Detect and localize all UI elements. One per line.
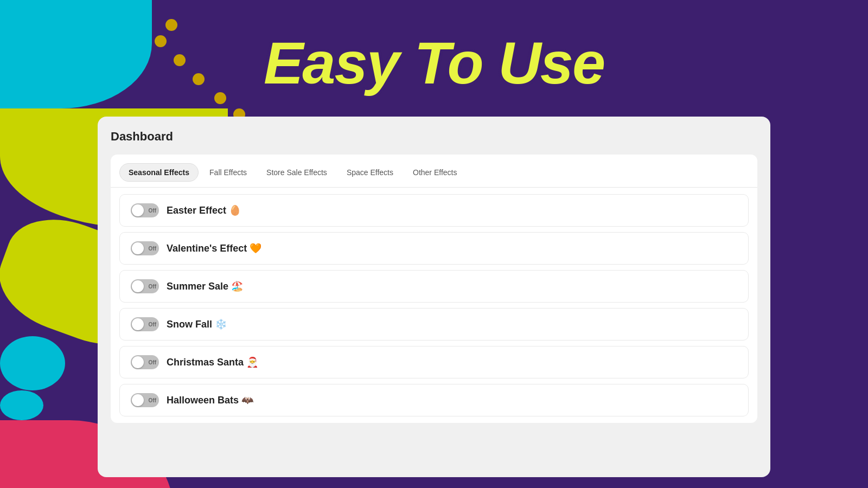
toggle-label-snowfall: Off <box>149 322 156 328</box>
tab-store-sale[interactable]: Store Sale Effects <box>258 164 336 181</box>
header: Easy To Use <box>0 0 868 125</box>
tab-fall[interactable]: Fall Effects <box>201 164 256 181</box>
toggle-label-christmas: Off <box>149 359 156 365</box>
tab-other[interactable]: Other Effects <box>404 164 465 181</box>
toggle-snowfall[interactable]: Off <box>131 317 159 331</box>
effect-item-summer: Off Summer Sale 🏖️ <box>119 270 749 303</box>
effect-item-easter: Off Easter Effect 🥚 <box>119 194 749 227</box>
toggle-knob-christmas <box>132 356 144 368</box>
toggle-christmas[interactable]: Off <box>131 355 159 369</box>
toggle-label-summer: Off <box>149 284 156 290</box>
effect-name-snowfall: Snow Fall ❄️ <box>167 318 227 330</box>
effect-name-christmas: Christmas Santa 🎅 <box>167 356 258 368</box>
tab-space[interactable]: Space Effects <box>338 164 402 181</box>
toggle-label-valentine: Off <box>149 246 156 252</box>
inner-card: Seasonal Effects Fall Effects Store Sale… <box>111 155 757 423</box>
header-title: Easy To Use <box>264 28 604 97</box>
toggle-summer[interactable]: Off <box>131 279 159 293</box>
effect-item-valentine: Off Valentine's Effect 🧡 <box>119 232 749 265</box>
toggle-knob-valentine <box>132 242 144 254</box>
toggle-knob-halloween <box>132 394 144 406</box>
dashboard-panel: Dashboard Seasonal Effects Fall Effects … <box>98 117 770 477</box>
effect-item-halloween: Off Halloween Bats 🦇 <box>119 384 749 416</box>
toggle-halloween[interactable]: Off <box>131 393 159 407</box>
effect-name-easter: Easter Effect 🥚 <box>167 204 241 216</box>
toggle-label-easter: Off <box>149 208 156 214</box>
effect-item-snowfall: Off Snow Fall ❄️ <box>119 308 749 341</box>
dashboard-title: Dashboard <box>111 130 757 144</box>
toggle-knob-snowfall <box>132 318 144 330</box>
toggle-knob-easter <box>132 204 144 216</box>
bg-blob-teal-left <box>0 390 43 420</box>
effect-name-summer: Summer Sale 🏖️ <box>167 280 243 292</box>
toggle-valentine[interactable]: Off <box>131 241 159 255</box>
effect-name-halloween: Halloween Bats 🦇 <box>167 394 253 406</box>
bg-blob-teal-right <box>0 336 65 390</box>
tab-seasonal[interactable]: Seasonal Effects <box>119 163 199 182</box>
effect-item-christmas: Off Christmas Santa 🎅 <box>119 346 749 378</box>
toggle-easter[interactable]: Off <box>131 203 159 217</box>
effect-name-valentine: Valentine's Effect 🧡 <box>167 242 261 254</box>
toggle-label-halloween: Off <box>149 397 156 403</box>
tabs-bar: Seasonal Effects Fall Effects Store Sale… <box>111 155 757 188</box>
effects-list: Off Easter Effect 🥚 Off Valentine's Effe… <box>111 188 757 423</box>
toggle-knob-summer <box>132 280 144 292</box>
